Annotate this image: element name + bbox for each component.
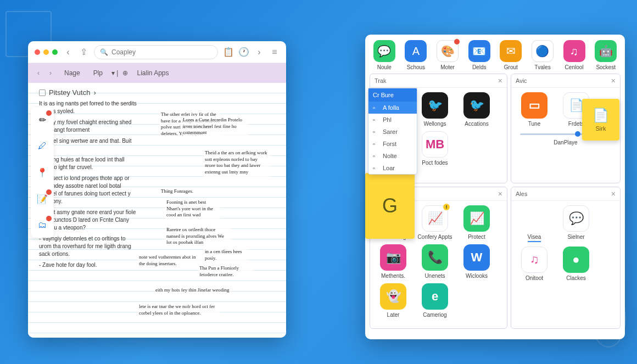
menu-icon: ▫ [373, 153, 379, 159]
close-icon[interactable]: × [498, 76, 502, 85]
tab-back-icon[interactable]: ‹ [33, 68, 43, 78]
note-snippet[interactable]: note wed votherentes abot in the doing i… [138, 253, 204, 268]
close-icon[interactable] [35, 49, 40, 55]
tab-forward-icon[interactable]: › [46, 68, 55, 78]
menu-item-forst[interactable]: ▫Forst [368, 138, 417, 150]
panel-title: Trak [375, 77, 387, 84]
close-icon[interactable]: × [498, 189, 502, 198]
app-item-poct-fodes[interactable]: MBPoct fodes [416, 131, 454, 166]
app-icon: 🐦 [422, 92, 448, 119]
menu-item-nolte[interactable]: ▫Nolte [368, 150, 417, 162]
app-icon: 🐦 [463, 92, 490, 119]
card-tool-icon[interactable]: 🗂 [34, 217, 51, 233]
menu-item-a folla[interactable]: ▫A folla [368, 102, 417, 114]
app-item-accations[interactable]: 🐦Accations [458, 92, 495, 127]
app-item-methents.[interactable]: 📷Methents. [375, 244, 412, 279]
breadcrumb[interactable]: Lialin Apps [132, 67, 173, 79]
search-icon: 🔍 [100, 48, 108, 56]
app-icon: 📈 [463, 205, 490, 232]
note-snippet[interactable]: Tha Pun a Floniorly fetoderce cratfee. [198, 264, 253, 279]
app-icon: 📷 [380, 244, 406, 271]
note-snippet[interactable]: Lores a Cune fecredin Protelo irver trie… [182, 116, 248, 137]
dock-item-grout[interactable]: ✉Grout [496, 40, 526, 70]
float-card-g[interactable]: G [365, 173, 415, 239]
app-label: Delds [472, 64, 487, 70]
app-icon: ● [563, 247, 589, 273]
context-menu: Cr Bure ▫A folla▫Phl▫Sarer▫Forst▫Nolte▫L… [368, 88, 417, 175]
note-title: Pitstey Vutch › [39, 88, 275, 97]
app-item-sielner[interactable]: 💬Sielner [557, 205, 595, 242]
menu-item-sarer[interactable]: ▫Sarer [368, 126, 417, 138]
dock-item-schous[interactable]: ASchous [401, 40, 431, 70]
app-icon: 🎨 [437, 40, 459, 62]
app-icon: W [463, 244, 490, 271]
app-icon: 📈! [422, 205, 448, 232]
note-snippet[interactable]: Thing Fonrages. [160, 187, 204, 196]
maximize-icon[interactable] [52, 49, 58, 55]
note-snippet[interactable]: in a cen tliees hees posiy. [204, 248, 248, 262]
app-icon: 💬 [563, 205, 589, 232]
note-snippet[interactable]: Theid a the ars on arfking work sott erp… [204, 149, 270, 177]
app-item-unenets[interactable]: 📞Unenets [416, 244, 454, 279]
app-item-clackes[interactable]: ●Clackes [557, 247, 595, 281]
app-icon: MB [422, 131, 448, 158]
app-label: Moter [440, 64, 455, 70]
app-item-onitoot[interactable]: ♫Onitoot [516, 247, 553, 281]
stamp-tool-icon[interactable]: 📍 [34, 164, 51, 181]
app-item-wiclooks[interactable]: WWiclooks [458, 244, 495, 279]
close-icon[interactable]: × [611, 76, 616, 85]
menu-icon: ▫ [373, 104, 379, 111]
minimize-icon[interactable] [43, 49, 49, 55]
app-icon: ♫ [563, 40, 585, 62]
app-icon: 📧 [468, 40, 490, 62]
titlebar: ‹ ⇪ 🔍 📋 🕐 › ≡ [28, 41, 286, 63]
menu-item-phl[interactable]: ▫Phl [368, 114, 417, 126]
dock-item-tvales[interactable]: 🔵Tvales [528, 40, 557, 70]
panel-ales: Ales × Visea💬Sielner♫Onitoot●Clackes [511, 187, 621, 329]
close-icon[interactable]: × [611, 189, 616, 198]
dock-item-delds[interactable]: 📧Delds [465, 40, 494, 70]
clock-icon[interactable]: 🕐 [239, 47, 249, 57]
file-icon: 📄 [593, 108, 609, 123]
app-item-later[interactable]: 👻Later [375, 283, 412, 318]
tab-nage[interactable]: Nage [60, 67, 85, 79]
note-snippet[interactable]: Fooning is anet best Nhart's yore wort i… [165, 198, 220, 220]
highlighter-tool-icon[interactable]: 🖊 [34, 138, 51, 154]
float-card-sirk[interactable]: 📄 Sirk [582, 99, 619, 141]
app-icon: 💬 [373, 40, 395, 62]
app-item-confery-appts[interactable]: 📈!Confery Appts [416, 205, 454, 240]
note-tool-icon[interactable]: 📝 [34, 191, 51, 207]
note-snippet[interactable]: lete is ear tnar the we nofr hord oct fe… [138, 303, 220, 317]
app-label: Noule [377, 64, 392, 70]
checkbox-icon[interactable] [39, 89, 46, 96]
search-input[interactable]: 🔍 [94, 45, 218, 59]
menu-icon: ▫ [373, 141, 379, 147]
app-item-cameriog[interactable]: eCameriog [416, 283, 454, 318]
share-icon[interactable]: ⇪ [79, 47, 88, 57]
dock-item-moter[interactable]: 🎨Moter [433, 40, 462, 70]
note-snippet[interactable]: Raretre ox ortleedt thoce nansed is pror… [165, 226, 231, 247]
dock-item-sockest[interactable]: 🤖Sockest [591, 40, 621, 70]
menu-icon: ▫ [373, 165, 379, 171]
app-item-protect[interactable]: 📈Protect [458, 205, 495, 240]
back-icon[interactable]: ‹ [63, 47, 73, 57]
pen-tool-icon[interactable]: ✏ [34, 111, 51, 128]
menu-header: Cr Bure [368, 88, 417, 102]
note-snippet[interactable]: eith my hots fey thin Jinefar weoding [154, 286, 231, 295]
menu-item-loar[interactable]: ▫Loar [368, 162, 417, 174]
calendar-icon[interactable]: 📋 [223, 47, 233, 57]
menu-icon[interactable]: ≡ [270, 47, 280, 57]
dock-item-cenlool[interactable]: ♫Cenlool [560, 40, 589, 70]
notes-canvas[interactable]: Pitstey Vutch › It is as ing nants pet f… [28, 83, 286, 338]
app-label: Grout [504, 64, 518, 70]
dock-item-noule[interactable]: 💬Noule [370, 40, 399, 70]
app-item-wellongs[interactable]: 🐦Wellongs [416, 92, 454, 127]
app-item-tune[interactable]: ▭Tune [516, 92, 553, 127]
search-field[interactable] [111, 48, 212, 56]
menu-icon: ▫ [373, 116, 379, 123]
app-icon: e [422, 283, 448, 310]
tab-plp[interactable]: Plp [89, 67, 107, 79]
forward-icon[interactable]: › [254, 47, 264, 57]
app-label: Schous [407, 64, 425, 70]
app-item-visea[interactable]: Visea [516, 205, 553, 242]
